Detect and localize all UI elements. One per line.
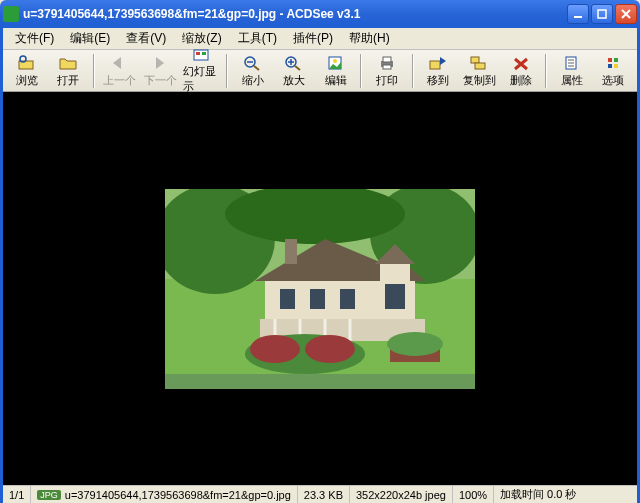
displayed-image [165,189,475,389]
properties-button[interactable]: 属性 [552,52,591,90]
svg-rect-18 [383,65,391,69]
svg-rect-45 [280,289,295,309]
copyto-icon [469,54,489,72]
status-position: 1/1 [3,486,31,503]
print-icon [377,54,397,72]
svg-rect-17 [383,57,391,62]
svg-rect-55 [165,374,475,389]
svg-rect-21 [475,63,485,69]
image-viewport[interactable] [3,92,637,485]
separator [93,54,95,88]
menubar: 文件(F) 编辑(E) 查看(V) 缩放(Z) 工具(T) 插件(P) 帮助(H… [3,28,637,50]
svg-point-54 [387,332,443,356]
prev-button: 上一个 [100,52,139,90]
separator [545,54,547,88]
zoomin-button[interactable]: 放大 [275,52,314,90]
slideshow-icon [192,47,212,63]
app-icon [3,6,19,22]
copyto-button[interactable]: 复制到 [460,52,499,90]
status-zoom: 100% [453,486,494,503]
svg-rect-48 [385,284,405,309]
svg-rect-5 [196,52,200,55]
options-icon [603,54,623,72]
properties-icon [562,54,582,72]
separator [226,54,228,88]
separator [412,54,414,88]
minimize-button[interactable] [567,4,589,24]
svg-rect-6 [202,52,206,55]
moveto-button[interactable]: 移到 [419,52,458,90]
format-badge: JPG [37,490,61,500]
status-filename-cell: JPG u=3791405644,1739563698&fm=21&gp=0.j… [31,486,298,503]
options-button[interactable]: 选项 [594,52,633,90]
open-icon [58,54,78,72]
menu-plugins[interactable]: 插件(P) [285,28,341,49]
svg-rect-49 [285,239,297,264]
svg-rect-46 [310,289,325,309]
window-title: u=3791405644,1739563698&fm=21&gp=0.jpg -… [23,7,567,21]
svg-line-11 [295,66,300,70]
browse-icon [17,54,37,72]
svg-rect-0 [574,16,582,18]
svg-rect-29 [614,64,618,68]
moveto-icon [428,54,448,72]
next-button: 下一个 [141,52,180,90]
svg-point-51 [250,335,300,363]
menu-tools[interactable]: 工具(T) [230,28,285,49]
browse-button[interactable]: 浏览 [7,52,46,90]
minimize-icon [573,9,583,19]
menu-zoom[interactable]: 缩放(Z) [174,28,229,49]
menu-edit[interactable]: 编辑(E) [62,28,118,49]
editor-button[interactable]: 编辑 [316,52,355,90]
close-button[interactable] [615,4,637,24]
maximize-icon [597,9,607,19]
menu-help[interactable]: 帮助(H) [341,28,398,49]
svg-rect-19 [430,61,440,69]
next-icon [150,54,170,72]
close-icon [621,9,631,19]
svg-rect-26 [608,58,612,62]
svg-rect-27 [614,58,618,62]
delete-button[interactable]: 删除 [501,52,540,90]
separator [360,54,362,88]
zoomin-icon [284,54,304,72]
svg-rect-47 [340,289,355,309]
status-filesize: 23.3 KB [298,486,350,503]
status-filename: u=3791405644,1739563698&fm=21&gp=0.jpg [65,489,291,501]
svg-rect-1 [598,10,606,18]
zoomout-button[interactable]: 缩小 [233,52,272,90]
statusbar: 1/1 JPG u=3791405644,1739563698&fm=21&gp… [3,485,637,503]
svg-rect-20 [471,57,479,63]
maximize-button[interactable] [591,4,613,24]
prev-icon [109,54,129,72]
status-dimensions: 352x220x24b jpeg [350,486,453,503]
status-loadtime: 加载时间 0.0 秒 [494,486,637,503]
svg-point-15 [333,59,337,63]
print-button[interactable]: 打印 [367,52,406,90]
titlebar: u=3791405644,1739563698&fm=21&gp=0.jpg -… [0,0,640,28]
toolbar: 浏览 打开 上一个 下一个 幻灯显示 缩小 放大 编辑 打印 移到 复制到 [3,50,637,92]
svg-line-8 [254,66,259,70]
editor-icon [326,54,346,72]
delete-icon [511,54,531,72]
svg-point-52 [305,335,355,363]
zoomout-icon [243,54,263,72]
svg-rect-28 [608,64,612,68]
slideshow-button[interactable]: 幻灯显示 [182,52,221,90]
menu-file[interactable]: 文件(F) [7,28,62,49]
menu-view[interactable]: 查看(V) [118,28,174,49]
open-button[interactable]: 打开 [48,52,87,90]
